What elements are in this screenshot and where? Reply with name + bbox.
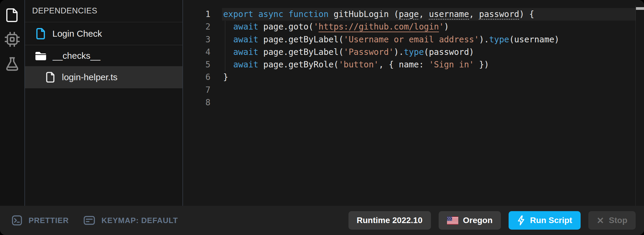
code-line[interactable]: await page.getByLabel('Username or email… bbox=[222, 33, 636, 46]
cpu-icon bbox=[5, 32, 20, 47]
tree-item-login-helper[interactable]: login-helper.ts bbox=[25, 66, 182, 88]
region-button[interactable]: Oregon bbox=[439, 211, 501, 230]
keymap-icon bbox=[84, 216, 95, 225]
line-number: 3 bbox=[184, 33, 210, 46]
code-line[interactable] bbox=[222, 84, 636, 96]
rail-runtime-button[interactable] bbox=[0, 29, 24, 50]
tree-item-login-check[interactable]: Login Check bbox=[25, 22, 182, 45]
lightning-icon bbox=[517, 215, 525, 225]
icon-rail bbox=[0, 0, 24, 206]
scrollbar-thumb[interactable] bbox=[636, 7, 644, 10]
line-number: 7 bbox=[184, 84, 210, 96]
tree-folder-label: __checks__ bbox=[53, 51, 100, 61]
code-line[interactable]: } bbox=[222, 71, 636, 84]
code-line[interactable] bbox=[222, 96, 636, 109]
code-content[interactable]: export async function gitHubLogin (page,… bbox=[222, 8, 636, 109]
file-icon bbox=[5, 7, 19, 22]
tree-item-label: Login Check bbox=[52, 29, 102, 39]
file-icon-blue bbox=[36, 28, 46, 40]
tree-folder-checks[interactable]: __checks__ bbox=[25, 45, 182, 66]
line-number: 2 bbox=[184, 21, 210, 33]
runtime-button[interactable]: Runtime 2022.10 bbox=[348, 211, 431, 230]
line-number: 4 bbox=[184, 46, 210, 58]
line-number: 1 bbox=[184, 8, 210, 21]
line-number: 8 bbox=[184, 96, 210, 109]
file-icon bbox=[46, 72, 55, 83]
code-line[interactable]: export async function gitHubLogin (page,… bbox=[222, 8, 636, 21]
line-number: 5 bbox=[184, 58, 210, 71]
stop-label: Stop bbox=[609, 216, 627, 225]
prettier-status[interactable]: PRETTIER bbox=[12, 215, 69, 225]
indent-guide bbox=[225, 21, 225, 71]
line-number: 6 bbox=[184, 71, 210, 84]
app-window: DEPENDENCIES Login Check __checks__ bbox=[0, 0, 644, 235]
dependencies-panel: DEPENDENCIES Login Check __checks__ bbox=[24, 0, 183, 206]
code-line[interactable]: await page.getByRole('button', { name: '… bbox=[222, 58, 636, 71]
tree-item-label: login-helper.ts bbox=[62, 72, 118, 82]
rail-tests-button[interactable] bbox=[0, 53, 24, 75]
terminal-icon bbox=[12, 215, 22, 225]
prettier-label: PRETTIER bbox=[29, 216, 69, 225]
us-flag-icon bbox=[447, 217, 458, 225]
rail-files-button[interactable] bbox=[0, 4, 24, 26]
runtime-label: Runtime 2022.10 bbox=[357, 216, 423, 225]
region-label: Oregon bbox=[463, 216, 493, 225]
run-script-button[interactable]: Run Script bbox=[509, 211, 581, 230]
dependencies-header: DEPENDENCIES bbox=[25, 0, 182, 22]
scrollbar-track bbox=[635, 5, 636, 206]
run-script-label: Run Script bbox=[530, 216, 572, 225]
close-icon: ✕ bbox=[597, 215, 604, 226]
code-line[interactable]: await page.getByLabel('Password').type(p… bbox=[222, 46, 636, 58]
keymap-label: KEYMAP: DEFAULT bbox=[101, 216, 178, 225]
folder-icon bbox=[35, 51, 46, 60]
status-bar: PRETTIER KEYMAP: DEFAULT Runtime 2022.10 bbox=[0, 206, 644, 235]
keymap-status[interactable]: KEYMAP: DEFAULT bbox=[84, 216, 178, 225]
code-editor[interactable]: 12345678 export async function gitHubLog… bbox=[184, 0, 644, 206]
line-number-gutter: 12345678 bbox=[184, 8, 210, 109]
stop-button[interactable]: ✕ Stop bbox=[588, 211, 636, 230]
code-line[interactable]: await page.goto('https://github.com/logi… bbox=[222, 21, 636, 33]
flask-icon bbox=[5, 56, 19, 71]
